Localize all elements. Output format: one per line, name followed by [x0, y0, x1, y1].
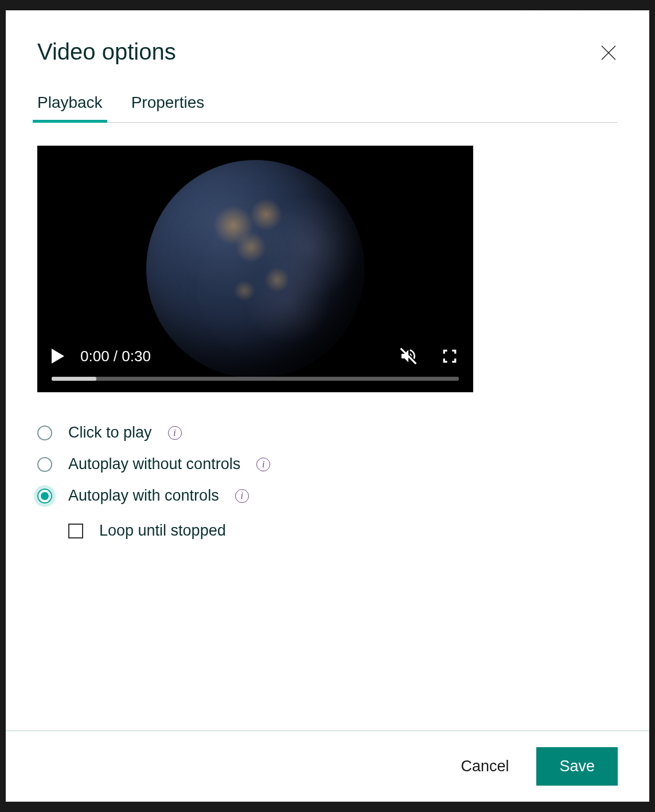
option-loop[interactable]: Loop until stopped: [68, 522, 618, 540]
video-options-modal: Video options Playback Properties 0:00 /…: [6, 10, 649, 802]
video-time: 0:00 / 0:30: [80, 348, 151, 365]
modal-header: Video options: [6, 10, 649, 65]
info-icon[interactable]: i: [235, 489, 249, 503]
tabs: Playback Properties: [37, 93, 618, 123]
close-button[interactable]: [599, 44, 618, 62]
option-click-to-play[interactable]: Click to play i: [37, 424, 618, 442]
tab-playback[interactable]: Playback: [37, 93, 103, 122]
close-icon: [599, 44, 618, 62]
save-button[interactable]: Save: [536, 747, 618, 786]
video-preview[interactable]: 0:00 / 0:30: [37, 146, 473, 392]
label-click-to-play: Click to play: [68, 424, 152, 442]
video-thumbnail-earth: [146, 160, 364, 378]
playback-options: Click to play i Autoplay without control…: [37, 424, 618, 540]
tab-properties[interactable]: Properties: [131, 93, 205, 122]
cancel-button[interactable]: Cancel: [456, 751, 513, 782]
checkbox-loop[interactable]: [68, 524, 83, 538]
fullscreen-icon[interactable]: [440, 347, 459, 365]
mute-icon[interactable]: [399, 347, 418, 365]
label-autoplay-with: Autoplay with controls: [68, 487, 219, 505]
radio-autoplay-without[interactable]: [37, 457, 52, 472]
play-icon[interactable]: [52, 349, 64, 364]
option-autoplay-without-controls[interactable]: Autoplay without controls i: [37, 455, 618, 473]
label-loop: Loop until stopped: [99, 522, 226, 540]
modal-footer: Cancel Save: [6, 731, 649, 802]
info-icon[interactable]: i: [168, 426, 182, 440]
video-controls: 0:00 / 0:30: [37, 347, 473, 392]
label-autoplay-without: Autoplay without controls: [68, 455, 240, 473]
modal-title: Video options: [37, 39, 176, 65]
info-icon[interactable]: i: [256, 458, 270, 471]
radio-autoplay-with[interactable]: [37, 489, 52, 503]
option-autoplay-with-controls[interactable]: Autoplay with controls i: [37, 487, 618, 505]
modal-body: 0:00 / 0:30: [6, 123, 649, 731]
video-progress[interactable]: [52, 377, 459, 381]
radio-click-to-play[interactable]: [37, 425, 52, 440]
video-progress-fill: [52, 377, 96, 381]
